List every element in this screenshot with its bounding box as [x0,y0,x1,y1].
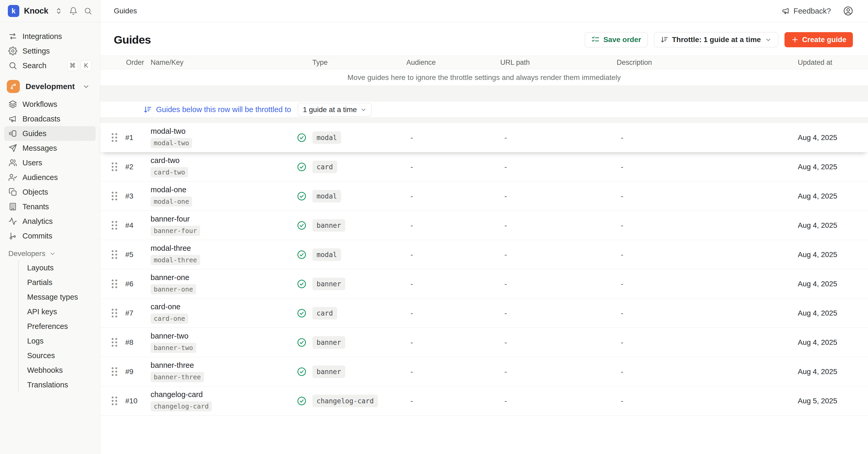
sidebar-item-broadcasts[interactable]: Broadcasts [4,112,96,126]
throttle-dropdown-button[interactable]: Throttle: 1 guide at a time [654,32,778,47]
checklist-icon [591,35,600,44]
sidebar-item-objects[interactable]: Objects [4,185,96,199]
sort-descending-icon [660,36,669,44]
plus-icon [791,36,799,44]
sidebar-item-workflows[interactable]: Workflows [4,97,96,112]
check-circle-icon [297,191,307,201]
sidebar-subitem-sources[interactable]: Sources [19,348,96,363]
sidebar-subitem-message-types[interactable]: Message types [19,290,96,304]
unthrottled-drop-zone[interactable]: Move guides here to ignore the throttle … [100,69,868,86]
guide-name: banner-two [151,332,297,340]
guide-audience: - [406,368,500,376]
guide-row[interactable]: #6 banner-one banner-one banner - - - Au… [100,269,868,299]
order-cell: #2 [100,163,151,171]
sidebar-item-commits[interactable]: Commits [4,229,96,243]
sidebar-item-label: Messages [23,144,57,152]
sidebar-item-analytics[interactable]: Analytics [4,214,96,229]
sidebar-item-search[interactable]: Search⌘K [4,58,96,73]
git-branch-icon [7,80,20,93]
guide-audience: - [406,221,500,230]
status-cell [297,367,312,377]
environment-switcher[interactable]: Development [4,79,96,94]
status-cell [297,308,312,318]
guide-type-badge: modal [312,249,341,261]
guide-order: #8 [125,338,133,347]
guide-order: #9 [125,368,133,376]
sidebar-subitem-api-keys[interactable]: API keys [19,304,96,319]
drag-handle-icon[interactable] [112,280,118,288]
guide-key-badge: changelog-card [151,401,212,412]
type-cell: card [312,307,406,319]
keycap: ⌘ [67,60,78,71]
guide-type-badge: card [312,307,337,319]
guide-audience: - [406,280,500,288]
developers-section-toggle[interactable]: Developers [4,247,96,260]
throttle-count-select[interactable]: 1 guide at a time [298,103,372,116]
guide-row[interactable]: #3 modal-one modal-one modal - - - Aug 4… [100,181,868,211]
users-icon [8,158,17,167]
sidebar-item-guides[interactable]: Guides [4,126,96,141]
sidebar-item-label: Objects [23,188,48,196]
sidebar-item-integrations[interactable]: Integrations [4,29,96,44]
order-cell: #4 [100,221,151,230]
drag-handle-icon[interactable] [112,367,118,376]
drag-handle-icon[interactable] [112,338,118,347]
guide-order: #5 [125,251,133,259]
guide-key-badge: banner-two [151,343,196,353]
sidebar-item-label: Search [23,61,46,70]
check-circle-icon [297,396,307,406]
guides-table-body: #1 modal-two modal-two modal - - - Aug 4… [100,123,868,416]
guide-audience: - [406,192,500,200]
guide-row[interactable]: #5 modal-three modal-three modal - - - A… [100,240,868,269]
drag-handle-icon[interactable] [112,192,118,201]
save-order-button[interactable]: Save order [585,32,648,47]
create-guide-button[interactable]: Create guide [784,32,853,47]
guide-row[interactable]: #8 banner-two banner-two banner - - - Au… [100,328,868,357]
sidebar-item-users[interactable]: Users [4,155,96,170]
environment-label: Development [26,82,75,91]
sidebar-subitem-layouts[interactable]: Layouts [19,260,96,275]
sidebar-subitem-webhooks[interactable]: Webhooks [19,363,96,377]
drag-handle-icon[interactable] [112,133,118,142]
drag-handle-icon[interactable] [112,163,118,171]
type-cell: card [312,161,406,173]
sidebar-subitem-logs[interactable]: Logs [19,334,96,348]
sidebar-subitem-partials[interactable]: Partials [19,275,96,290]
drag-handle-icon[interactable] [112,250,118,259]
user-check-icon [8,173,17,182]
sidebar-item-tenants[interactable]: Tenants [4,199,96,214]
notifications-bell-icon[interactable] [69,7,78,15]
check-circle-icon [297,367,307,377]
guide-name: card-two [151,156,297,165]
guide-row[interactable]: #9 banner-three banner-three banner - - … [100,357,868,386]
guide-type-badge: modal [312,190,341,202]
guide-row[interactable]: #10 changelog-card changelog-card change… [100,386,868,416]
guide-url-path: - [500,134,617,142]
guide-url-path: - [500,221,617,230]
drag-handle-icon[interactable] [112,397,118,405]
guide-key-badge: banner-three [151,372,204,382]
drag-handle-icon[interactable] [112,221,118,230]
guide-row[interactable]: #7 card-one card-one card - - - Aug 4, 2… [100,299,868,328]
drag-handle-icon[interactable] [112,309,118,318]
sidebar-subitem-translations[interactable]: Translations [19,377,96,392]
workspace-selector-icon[interactable] [55,7,63,15]
feedback-button[interactable]: Feedback? [782,7,831,16]
sidebar-nav: IntegrationsSettingsSearch⌘K Development… [0,22,100,392]
type-cell: modal [312,132,406,144]
account-avatar-icon[interactable] [843,6,854,16]
sidebar-item-messages[interactable]: Messages [4,141,96,155]
sidebar-subitem-preferences[interactable]: Preferences [19,319,96,334]
guide-row[interactable]: #4 banner-four banner-four banner - - - … [100,211,868,240]
guide-row[interactable]: #1 modal-two modal-two modal - - - Aug 4… [100,123,868,152]
guide-row[interactable]: #2 card-two card-two card - - - Aug 4, 2… [100,152,868,181]
order-cell: #5 [100,250,151,259]
create-guide-label: Create guide [802,35,846,44]
sidebar-item-audiences[interactable]: Audiences [4,170,96,185]
column-header-updated-at: Updated at [798,58,868,66]
sidebar-item-settings[interactable]: Settings [4,44,96,58]
order-cell: #7 [100,309,151,318]
header-search-icon[interactable] [84,7,92,15]
guide-updated-at: Aug 4, 2025 [798,368,868,376]
type-cell: changelog-card [312,395,406,407]
